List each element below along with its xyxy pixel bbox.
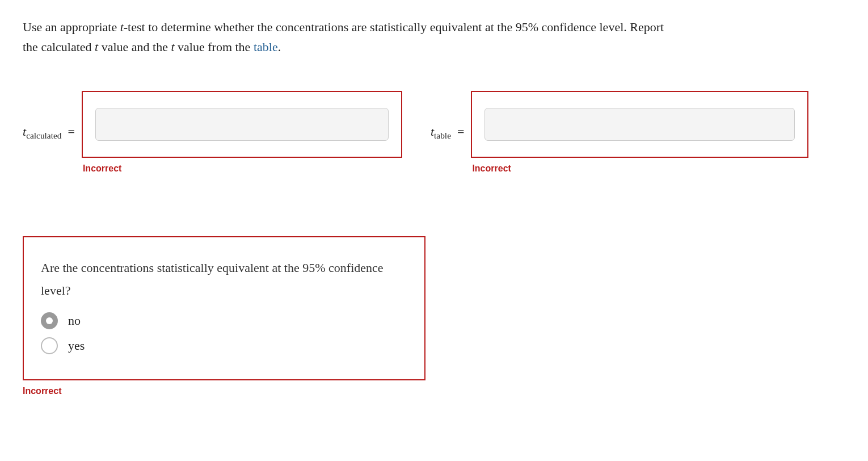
table-link[interactable]: table — [254, 40, 278, 54]
t-calculated-label: tcalculated = — [23, 124, 75, 141]
t-table-group: ttable = Incorrect — [431, 91, 808, 174]
t-calculated-status: Incorrect — [83, 164, 402, 174]
q-text-6: . — [278, 40, 281, 54]
t-table-label: ttable = — [431, 124, 464, 141]
t-calc-sub: calculated — [26, 131, 61, 140]
t-table-input[interactable] — [484, 108, 795, 141]
radio-no[interactable]: no — [41, 312, 407, 329]
mc-status: Incorrect — [23, 386, 845, 396]
mc-panel: Are the concentrations statistically equ… — [23, 236, 425, 380]
radio-no-label: no — [68, 313, 81, 328]
q-text-3: the calculated — [23, 40, 95, 54]
t-table-sub: table — [434, 131, 451, 140]
question-text: Use an appropriate t-test to determine w… — [23, 17, 845, 57]
radio-yes-circle — [41, 337, 58, 354]
t-calculated-boxwrap: Incorrect — [82, 91, 402, 174]
mc-container: Are the concentrations statistically equ… — [23, 236, 845, 396]
t-table-status: Incorrect — [472, 164, 808, 174]
radio-yes[interactable]: yes — [41, 337, 407, 354]
radio-no-circle — [41, 312, 58, 329]
mc-question: Are the concentrations statistically equ… — [41, 257, 407, 301]
q-text-2: -test to determine whether the concentra… — [124, 20, 664, 34]
t-table-box — [471, 91, 808, 158]
inputs-row: tcalculated = Incorrect ttable = Incorre… — [23, 91, 845, 174]
t-calc-equals: = — [68, 124, 75, 139]
radio-yes-label: yes — [68, 338, 85, 353]
q-text-1: Use an appropriate — [23, 20, 120, 34]
t-table-boxwrap: Incorrect — [471, 91, 808, 174]
t-table-equals: = — [457, 124, 464, 139]
q-text-4: value and the — [98, 40, 171, 54]
t-calculated-input[interactable] — [95, 108, 389, 141]
t-calculated-group: tcalculated = Incorrect — [23, 91, 402, 174]
t-calculated-box — [82, 91, 402, 158]
q-text-5: value from the — [175, 40, 254, 54]
